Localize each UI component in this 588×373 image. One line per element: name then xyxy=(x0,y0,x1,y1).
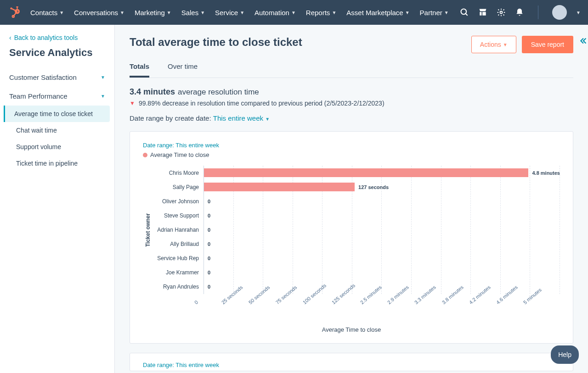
chart-card: Date range: This entire week Average Tim… xyxy=(130,131,573,344)
help-button[interactable]: Help xyxy=(551,345,579,364)
nav-item-service[interactable]: Service▼ xyxy=(215,9,244,17)
svg-rect-10 xyxy=(480,12,481,15)
user-avatar[interactable] xyxy=(552,5,567,20)
top-navbar: Contacts▼Conversations▼Marketing▼Sales▼S… xyxy=(0,0,588,25)
account-chevron-icon[interactable]: ▼ xyxy=(576,10,581,15)
bar-row: 0 xyxy=(204,208,560,223)
date-range-selector[interactable]: This entire week ▼ xyxy=(213,114,270,122)
nav-item-marketing[interactable]: Marketing▼ xyxy=(135,9,171,17)
chart-subtitle-secondary: Date range: This entire week xyxy=(143,362,560,368)
sidebar-item-ticket-pipeline[interactable]: Ticket time in pipeline xyxy=(0,155,114,172)
bar[interactable] xyxy=(204,168,528,177)
tab-totals[interactable]: Totals xyxy=(130,57,149,78)
svg-point-3 xyxy=(10,7,12,9)
bar-value-label: 0 xyxy=(208,213,210,218)
nav-item-conversations[interactable]: Conversations▼ xyxy=(74,9,124,17)
x-axis-label: Average Time to close xyxy=(143,326,560,333)
sidebar-title: Service Analytics xyxy=(0,47,114,68)
chevron-left-icon: ‹ xyxy=(9,34,11,41)
chart-card-secondary: Date range: This entire week xyxy=(130,353,573,371)
bar-value-label: 0 xyxy=(208,199,210,204)
svg-point-5 xyxy=(12,16,14,17)
y-tick-label: Adrian Hanrahan xyxy=(153,223,204,237)
y-tick-label: Service Hub Rep xyxy=(153,251,204,266)
tab-over-time[interactable]: Over time xyxy=(168,57,198,78)
back-link[interactable]: ‹Back to analytics tools xyxy=(0,34,114,41)
chevron-down-icon: ▼ xyxy=(101,94,105,99)
search-icon[interactable] xyxy=(460,8,469,17)
nav-item-asset-marketplace[interactable]: Asset Marketplace▼ xyxy=(346,9,409,17)
sidebar-section-team-performance[interactable]: Team Performance▼ xyxy=(0,87,114,106)
svg-line-9 xyxy=(466,14,468,16)
bar-value-label: 0 xyxy=(208,256,210,261)
y-tick-label: Ryan Andrules xyxy=(153,280,204,294)
bar-row: 0 xyxy=(204,194,560,208)
y-tick-label: Sally Page xyxy=(153,180,204,194)
y-tick-label: Joe Krammer xyxy=(153,266,204,280)
page-title: Total average time to close ticket xyxy=(130,36,302,49)
legend-dot-icon xyxy=(143,153,147,157)
sidebar-item-avg-time-close[interactable]: Average time to close ticket xyxy=(4,106,110,122)
bar-value-label: 0 xyxy=(208,241,210,247)
hubspot-logo[interactable] xyxy=(7,6,21,19)
svg-point-8 xyxy=(461,9,467,15)
sidebar-item-chat-wait[interactable]: Chat wait time xyxy=(0,122,114,139)
collapse-panel-icon[interactable] xyxy=(578,36,588,48)
sidebar: ‹Back to analytics tools Service Analyti… xyxy=(0,25,115,373)
save-report-button[interactable]: Save report xyxy=(522,36,573,53)
sidebar-item-support-volume[interactable]: Support volume xyxy=(0,139,114,155)
trend-down-icon: ▼ xyxy=(130,100,135,106)
svg-rect-7 xyxy=(16,6,18,7)
sidebar-section-customer-satisfaction[interactable]: Customer Satisfaction▼ xyxy=(0,68,114,87)
bar-row: 127 seconds xyxy=(204,180,560,194)
chart-subtitle: Date range: This entire week xyxy=(143,142,560,149)
notifications-icon[interactable] xyxy=(515,8,524,17)
bar-row: 0 xyxy=(204,280,560,294)
chart-legend: Average Time to close xyxy=(143,151,560,158)
nav-item-sales[interactable]: Sales▼ xyxy=(181,9,205,17)
bar-value-label: 127 seconds xyxy=(358,184,389,190)
settings-icon[interactable] xyxy=(497,8,506,17)
actions-button[interactable]: Actions▼ xyxy=(471,36,516,53)
nav-item-automation[interactable]: Automation▼ xyxy=(254,9,296,17)
svg-point-12 xyxy=(500,11,503,14)
y-tick-label: Oliver Johnson xyxy=(153,194,204,208)
bar-row: 0 xyxy=(204,266,560,280)
bar-value-label: 4.8 minutes xyxy=(532,170,560,176)
nav-item-partner[interactable]: Partner▼ xyxy=(420,9,449,17)
metric-value: 3.4 minutes xyxy=(130,87,175,97)
marketplace-icon[interactable] xyxy=(478,8,487,17)
y-tick-label: Ally Brillaud xyxy=(153,237,204,251)
nav-item-reports[interactable]: Reports▼ xyxy=(306,9,336,17)
y-axis-label: Ticket owner xyxy=(143,166,153,294)
bar-value-label: 0 xyxy=(208,270,210,275)
nav-item-contacts[interactable]: Contacts▼ xyxy=(30,9,64,17)
bar-row: 4.8 minutes xyxy=(204,166,560,180)
chevron-down-icon: ▼ xyxy=(101,75,105,80)
date-range-prefix: Date range by create date: xyxy=(130,114,213,122)
svg-rect-11 xyxy=(482,12,486,15)
bar-row: 0 xyxy=(204,251,560,266)
main-content: Total average time to close ticket Actio… xyxy=(115,25,588,373)
y-tick-label: Chris Moore xyxy=(153,166,204,180)
bar-row: 0 xyxy=(204,237,560,251)
bar-row: 0 xyxy=(204,223,560,237)
trend-text: 99.89% decrease in resolution time compa… xyxy=(139,100,384,107)
y-tick-label: Steve Support xyxy=(153,208,204,223)
bar-value-label: 0 xyxy=(208,227,210,233)
bar-value-label: 0 xyxy=(208,284,210,289)
bar[interactable] xyxy=(204,183,355,191)
metric-label: average resolution time xyxy=(178,88,259,97)
